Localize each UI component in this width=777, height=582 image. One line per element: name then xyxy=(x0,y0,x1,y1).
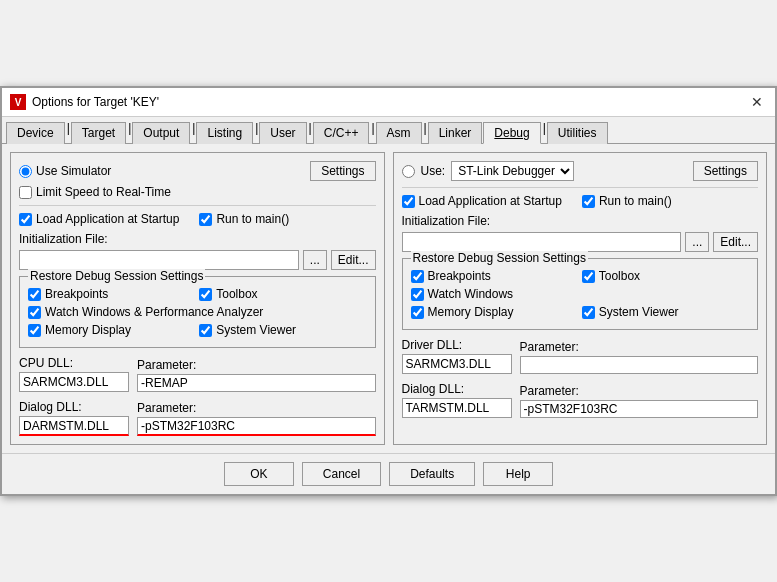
right-column: Use: ST-Link Debugger Settings Load Appl… xyxy=(393,152,768,445)
dialog-dll-label-left: Dialog DLL: xyxy=(19,400,129,414)
watch-windows-checkbox-left[interactable] xyxy=(28,306,41,319)
simulator-settings-button[interactable]: Settings xyxy=(310,161,375,181)
breakpoints-row-left: Breakpoints xyxy=(28,287,195,301)
tab-cpp[interactable]: C/C++ xyxy=(313,122,370,144)
load-app-row-right: Load Application at Startup Run to main(… xyxy=(402,194,759,208)
use-label: Use: xyxy=(421,164,446,178)
restore-debug-checkboxes-right: Breakpoints Toolbox xyxy=(411,269,750,287)
memory-display-row-right: Memory Display xyxy=(411,305,578,319)
cpu-dll-input[interactable] xyxy=(19,372,129,392)
system-viewer-checkbox-left[interactable] xyxy=(199,324,212,337)
restore-debug-checkboxes-left: Breakpoints Toolbox xyxy=(28,287,367,305)
memory-system-row-left: Memory Display System Viewer xyxy=(28,323,367,341)
use-debugger-radio[interactable] xyxy=(402,165,415,178)
cpu-dll-label: CPU DLL: xyxy=(19,356,129,370)
use-simulator-label: Use Simulator xyxy=(36,164,111,178)
breakpoints-row-right: Breakpoints xyxy=(411,269,578,283)
load-app-label-right: Load Application at Startup xyxy=(419,194,562,208)
tab-asm[interactable]: Asm xyxy=(376,122,422,144)
restore-debug-title-left: Restore Debug Session Settings xyxy=(28,269,205,283)
defaults-button[interactable]: Defaults xyxy=(389,462,475,486)
driver-param-input[interactable] xyxy=(520,356,759,374)
run-to-main-checkbox-right[interactable] xyxy=(582,195,595,208)
restore-debug-content-left: Breakpoints Toolbox Watch Windows & Perf… xyxy=(28,287,367,341)
memory-display-checkbox-right[interactable] xyxy=(411,306,424,319)
debugger-select[interactable]: ST-Link Debugger xyxy=(451,161,574,181)
use-simulator-radio[interactable] xyxy=(19,165,32,178)
memory-display-row-left: Memory Display xyxy=(28,323,195,337)
watch-windows-label-right: Watch Windows xyxy=(428,287,514,301)
memory-display-label-left: Memory Display xyxy=(45,323,131,337)
memory-system-row-right: Memory Display System Viewer xyxy=(411,305,750,323)
init-edit-button-right[interactable]: Edit... xyxy=(713,232,758,252)
system-viewer-row-left: System Viewer xyxy=(199,323,366,337)
init-file-row-right: ... Edit... xyxy=(402,232,759,252)
breakpoints-label-right: Breakpoints xyxy=(428,269,491,283)
dialog-dll-label-right: Dialog DLL: xyxy=(402,382,512,396)
watch-windows-row-left: Watch Windows & Performance Analyzer xyxy=(28,305,367,319)
cpu-param-field: Parameter: xyxy=(137,358,376,392)
init-browse-button[interactable]: ... xyxy=(303,250,327,270)
dialog-param-label-right: Parameter: xyxy=(520,384,759,398)
tab-target[interactable]: Target xyxy=(71,122,126,144)
driver-dll-input[interactable] xyxy=(402,354,512,374)
system-viewer-checkbox-right[interactable] xyxy=(582,306,595,319)
tab-debug[interactable]: Debug xyxy=(483,122,540,144)
init-file-input[interactable] xyxy=(19,250,299,270)
dialog-title: Options for Target 'KEY' xyxy=(32,95,741,109)
memory-display-label-right: Memory Display xyxy=(428,305,514,319)
init-edit-button[interactable]: Edit... xyxy=(331,250,376,270)
run-to-main-checkbox[interactable] xyxy=(199,213,212,226)
left-column: Use Simulator Settings Limit Speed to Re… xyxy=(10,152,385,445)
debugger-settings-button[interactable]: Settings xyxy=(693,161,758,181)
toolbox-checkbox-left[interactable] xyxy=(199,288,212,301)
run-to-main-label-right: Run to main() xyxy=(599,194,672,208)
help-button[interactable]: Help xyxy=(483,462,553,486)
footer: OK Cancel Defaults Help xyxy=(2,453,775,494)
memory-display-checkbox-left[interactable] xyxy=(28,324,41,337)
dialog-param-field-left: Parameter: xyxy=(137,401,376,436)
cpu-param-input[interactable] xyxy=(137,374,376,392)
main-content: Use Simulator Settings Limit Speed to Re… xyxy=(2,144,775,453)
dialog-dll-row-right: Dialog DLL: Parameter: xyxy=(402,382,759,418)
tab-bar: Device | Target | Output | Listing | Use… xyxy=(2,117,775,144)
dialog-param-input-left[interactable] xyxy=(137,417,376,436)
watch-windows-checkbox-right[interactable] xyxy=(411,288,424,301)
driver-param-label: Parameter: xyxy=(520,340,759,354)
dialog-dll-field-left: Dialog DLL: xyxy=(19,400,129,436)
load-app-row: Load Application at Startup Run to main(… xyxy=(19,212,376,226)
system-viewer-label-right: System Viewer xyxy=(599,305,679,319)
cpu-param-label: Parameter: xyxy=(137,358,376,372)
toolbox-label-right: Toolbox xyxy=(599,269,640,283)
tab-user[interactable]: User xyxy=(259,122,306,144)
dialog-dll-input-left[interactable] xyxy=(19,416,129,436)
init-file-section-label: Initialization File: xyxy=(19,232,376,246)
load-app-checkbox[interactable] xyxy=(19,213,32,226)
dialog-dll-input-right[interactable] xyxy=(402,398,512,418)
breakpoints-checkbox-right[interactable] xyxy=(411,270,424,283)
tab-device[interactable]: Device xyxy=(6,122,65,144)
driver-dll-label: Driver DLL: xyxy=(402,338,512,352)
tab-linker[interactable]: Linker xyxy=(428,122,483,144)
dialog-param-label-left: Parameter: xyxy=(137,401,376,415)
cancel-button[interactable]: Cancel xyxy=(302,462,381,486)
init-browse-button-right[interactable]: ... xyxy=(685,232,709,252)
system-viewer-row-right: System Viewer xyxy=(582,305,749,319)
breakpoints-checkbox-left[interactable] xyxy=(28,288,41,301)
tab-utilities[interactable]: Utilities xyxy=(547,122,608,144)
use-row: Use: ST-Link Debugger Settings xyxy=(402,161,759,181)
dialog-param-field-right: Parameter: xyxy=(520,384,759,418)
close-button[interactable]: ✕ xyxy=(747,92,767,112)
watch-windows-label-left: Watch Windows & Performance Analyzer xyxy=(45,305,263,319)
dialog-dll-field-right: Dialog DLL: xyxy=(402,382,512,418)
ok-button[interactable]: OK xyxy=(224,462,294,486)
dialog-param-input-right[interactable] xyxy=(520,400,759,418)
limit-speed-checkbox[interactable] xyxy=(19,186,32,199)
tab-output[interactable]: Output xyxy=(132,122,190,144)
load-app-checkbox-right[interactable] xyxy=(402,195,415,208)
simulator-radio-label: Use Simulator xyxy=(19,164,111,178)
run-to-main-label: Run to main() xyxy=(216,212,289,226)
tab-listing[interactable]: Listing xyxy=(196,122,253,144)
init-file-input-right[interactable] xyxy=(402,232,682,252)
toolbox-checkbox-right[interactable] xyxy=(582,270,595,283)
